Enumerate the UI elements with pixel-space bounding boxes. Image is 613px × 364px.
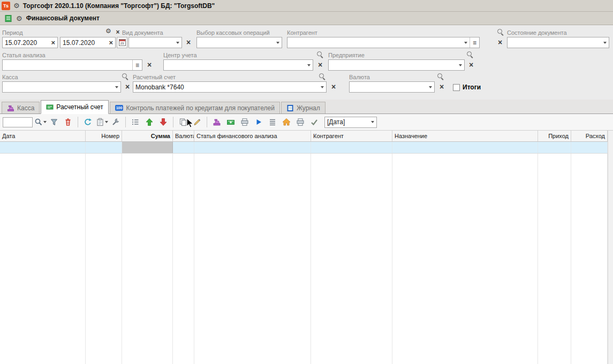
tab-credit-control[interactable]: 100 Контроль платежей по кредитам для по… (110, 102, 280, 113)
refresh-button[interactable] (81, 116, 94, 128)
list-view-button[interactable] (129, 116, 142, 128)
run-button[interactable] (252, 116, 265, 128)
page-title: Финансовый документ (26, 14, 100, 22)
print-doc-button[interactable] (238, 116, 251, 128)
tab-kassa[interactable]: Касса (2, 102, 40, 113)
period-settings-icon[interactable]: ⚙ (105, 28, 111, 34)
bank-account-dropdown-icon[interactable] (318, 82, 326, 92)
row-cell[interactable] (86, 142, 122, 153)
grid-column-stripe (571, 142, 608, 364)
details-button[interactable] (266, 116, 279, 128)
period-date-to-input[interactable]: 15.07.2020 × (60, 37, 116, 48)
selected-row[interactable] (0, 142, 608, 154)
cost-center-search-icon[interactable] (317, 51, 324, 58)
quick-search-input[interactable] (3, 117, 33, 127)
bank-account-clear-icon[interactable]: × (330, 83, 337, 90)
doc-state-combo[interactable] (507, 37, 609, 48)
refresh-icon (84, 118, 92, 126)
focused-cell[interactable] (122, 142, 173, 153)
enterprise-combo[interactable] (328, 59, 465, 71)
cash-desk-clear-icon[interactable]: × (124, 83, 131, 90)
row-cell[interactable] (173, 142, 194, 153)
cash-operations-dropdown-icon[interactable] (274, 37, 282, 48)
cash-register-button[interactable] (210, 116, 223, 128)
paste-button[interactable] (95, 116, 108, 128)
date-from-clear-icon[interactable]: × (49, 39, 57, 47)
list-icon (131, 118, 140, 126)
column-header-purpose[interactable]: Назначение (392, 131, 538, 141)
delete-button[interactable] (62, 116, 74, 128)
row-cell[interactable] (311, 142, 392, 153)
move-up-button[interactable] (143, 116, 156, 128)
analysis-article-clear-icon[interactable]: × (146, 61, 153, 69)
grid-body[interactable] (0, 142, 608, 364)
column-header-data[interactable]: Дата (0, 131, 86, 141)
period-date-from-input[interactable]: 15.07.2020 × (2, 37, 58, 48)
edit-button[interactable] (191, 116, 203, 128)
cost-center-dropdown-icon[interactable] (305, 60, 313, 70)
row-cell[interactable] (0, 142, 86, 153)
currency-clear-icon[interactable]: × (438, 83, 445, 90)
bank-account-combo[interactable]: Monobank *7640 (133, 81, 327, 93)
column-header-sum[interactable]: Сумма (122, 131, 173, 141)
date-to-clear-icon[interactable]: × (107, 39, 115, 47)
currency-combo[interactable] (349, 81, 435, 93)
enterprise-search-icon[interactable] (467, 51, 474, 58)
contractor-list-button[interactable]: ≡ (470, 37, 479, 48)
analysis-article-label: Статья анализа (2, 52, 46, 58)
contractor-search-icon[interactable] (497, 29, 504, 36)
bank-account-search-icon[interactable] (319, 73, 326, 80)
print-button[interactable] (294, 116, 307, 128)
copy-button[interactable] (177, 116, 190, 128)
cash-desk-combo[interactable] (2, 81, 121, 93)
contractor-combo[interactable]: ≡ (287, 37, 480, 48)
totals-checkbox[interactable] (453, 84, 460, 91)
doc-type-dropdown-icon[interactable] (173, 37, 181, 48)
currency-search-icon[interactable] (437, 73, 444, 80)
row-cell[interactable] (194, 142, 311, 153)
contractor-clear-icon[interactable]: × (496, 39, 504, 46)
grid-column-stripe (311, 142, 392, 364)
toolbar-separator (78, 117, 78, 127)
column-header-currency[interactable]: Валюта (173, 131, 194, 141)
analysis-article-input[interactable]: ≡ (2, 59, 142, 71)
doc-state-dropdown-icon[interactable] (601, 37, 609, 48)
currency-dropdown-icon[interactable] (426, 82, 434, 92)
column-header-analysis[interactable]: Статья финансового анализа (194, 131, 311, 141)
cash-desk-search-icon[interactable] (122, 73, 129, 80)
enterprise-clear-icon[interactable]: × (467, 61, 475, 69)
group-by-combo[interactable]: [Дата] (324, 117, 377, 128)
vertical-scrollbar[interactable] (608, 131, 613, 364)
tab-raschetny-schet[interactable]: Расчетный счет (41, 100, 108, 114)
enterprise-dropdown-icon[interactable] (456, 60, 464, 70)
tab-zhurnal[interactable]: Журнал (281, 102, 326, 113)
column-header-expense[interactable]: Расход (571, 131, 608, 141)
document-settings-gear-icon[interactable]: ⚙ (16, 15, 22, 22)
column-header-contractor[interactable]: Контрагент (311, 131, 392, 141)
group-by-dropdown-icon[interactable] (368, 117, 376, 127)
row-cell[interactable] (571, 142, 608, 153)
filter-button[interactable] (48, 116, 60, 128)
doc-type-combo[interactable] (128, 37, 182, 48)
home-button[interactable] (280, 116, 293, 128)
contractor-dropdown-icon[interactable] (461, 37, 470, 48)
column-header-number[interactable]: Номер (86, 131, 122, 141)
calendar-button[interactable]: 23 (117, 37, 127, 48)
doc-type-clear-icon[interactable]: × (185, 39, 192, 46)
search-button[interactable] (34, 116, 47, 128)
confirm-button[interactable] (308, 116, 321, 128)
service-button[interactable] (109, 116, 122, 128)
column-header-income[interactable]: Приход (538, 131, 571, 141)
move-down-button[interactable] (157, 116, 170, 128)
currency-label: Валюта (349, 74, 370, 80)
cash-desk-dropdown-icon[interactable] (112, 82, 120, 92)
analysis-article-list-button[interactable]: ≡ (132, 60, 142, 70)
payment-button[interactable] (224, 116, 237, 128)
row-cell[interactable] (538, 142, 571, 153)
cash-operations-combo[interactable] (196, 37, 282, 48)
cost-center-clear-icon[interactable]: × (316, 61, 324, 69)
cost-center-combo[interactable] (163, 59, 313, 71)
period-clear-icon[interactable]: × (114, 28, 122, 36)
settings-gear-icon[interactable]: ⚙ (13, 2, 20, 9)
row-cell[interactable] (392, 142, 538, 153)
